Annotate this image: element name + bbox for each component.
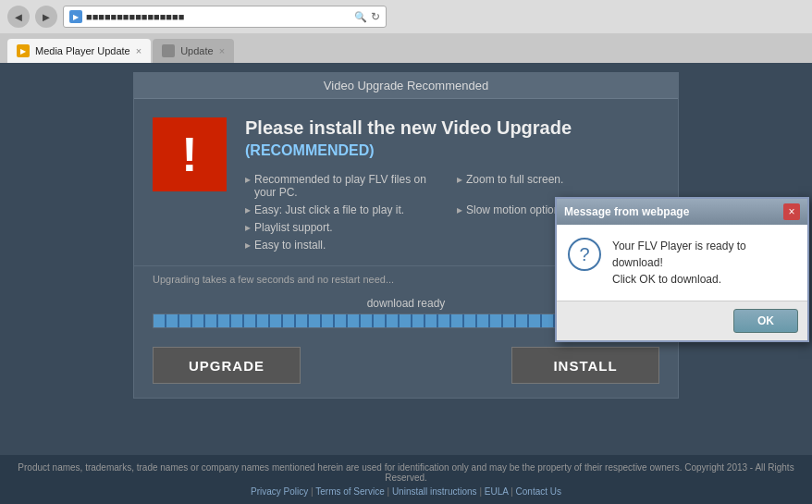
tab-media-player-update[interactable]: ▶ Media Player Update × [7,39,151,63]
tab-favicon-2 [162,44,175,57]
forward-button[interactable]: ► [35,6,57,28]
dialog-close-button[interactable]: × [783,203,800,220]
page-footer: Product names, trademarks, trade names o… [0,455,812,504]
separator-1: | [311,486,314,497]
feature-7: ▸ Easy to install. [245,239,448,252]
refresh-button[interactable]: ↻ [371,10,380,23]
tab-favicon-1: ▶ [17,44,30,57]
eula-link[interactable]: EULA [485,486,509,497]
feature-1: ▸ Recommended to play FLV files on your … [245,173,448,199]
tab-label-2: Update [180,45,213,56]
feature-2: ▸ Zoom to full screen. [457,173,659,199]
upgrade-main-title: Please install the new Video Upgrade (RE… [245,117,659,160]
tab-close-2[interactable]: × [219,45,225,56]
search-button[interactable]: 🔍 [354,11,367,23]
address-favicon: ▶ [69,10,82,23]
upgrade-button[interactable]: UPGRADE [153,347,301,384]
dialog-message-line1: Your FLV Player is ready to download! [612,238,796,271]
arrow-icon-7: ▸ [245,239,251,252]
upgrade-title-bar: Video Upgrade Recommended [134,73,678,99]
back-button[interactable]: ◄ [7,6,30,28]
ok-button[interactable]: OK [733,309,798,333]
browser-tabs: ▶ Media Player Update × Update × [0,33,812,63]
footer-links: Privacy Policy | Terms of Service | Unin… [9,486,803,497]
dialog-title: Message from webpage [564,205,689,218]
content-area: Video Upgrade Recommended ! Please insta… [0,63,812,504]
feature-5: ▸ Playlist support. [245,221,448,234]
arrow-icon-5: ▸ [245,221,251,234]
separator-3: | [479,486,482,497]
browser-toolbar: ◄ ► ▶ ■■■■■■■■■■■■■■■■ 🔍 ↻ [0,0,812,33]
arrow-icon-2: ▸ [457,173,462,186]
browser-chrome: ◄ ► ▶ ■■■■■■■■■■■■■■■■ 🔍 ↻ ▶ Media Playe… [0,0,812,63]
warning-icon: ! [153,117,227,191]
dialog-body: ? Your FLV Player is ready to download! … [557,225,807,301]
feature-3: ▸ Easy: Just click a file to play it. [245,203,448,216]
tab-label-1: Media Player Update [35,45,130,56]
tab-close-1[interactable]: × [136,45,141,56]
separator-4: | [511,486,513,497]
dialog-message: Your FLV Player is ready to download! Cl… [612,238,796,288]
progress-bar-fill [154,314,558,327]
footer-legal: Product names, trademarks, trade names o… [9,462,803,483]
terms-link[interactable]: Terms of Service [315,486,384,497]
privacy-link[interactable]: Privacy Policy [251,486,308,497]
message-dialog: Message from webpage × ? Your FLV Player… [555,197,809,342]
arrow-icon-1: ▸ [245,173,251,186]
dialog-footer: OK [557,301,807,340]
arrow-icon-4: ▸ [457,203,462,216]
address-bar: ▶ ■■■■■■■■■■■■■■■■ 🔍 ↻ [63,6,387,28]
dialog-titlebar: Message from webpage × [557,199,807,225]
tab-update[interactable]: Update × [153,39,234,63]
separator-2: | [388,486,390,497]
address-text: ■■■■■■■■■■■■■■■■ [86,11,351,22]
question-icon: ? [568,238,601,271]
dialog-message-line2: Click OK to download. [612,271,796,288]
install-button[interactable]: INSTALL [511,347,659,384]
contact-link[interactable]: Contact Us [516,486,561,497]
uninstall-link[interactable]: Uninstall instructions [392,486,477,497]
recommended-label: (RECOMMENDED) [245,142,375,158]
buttons-section: UPGRADE INSTALL [134,338,678,398]
arrow-icon-3: ▸ [245,203,251,216]
